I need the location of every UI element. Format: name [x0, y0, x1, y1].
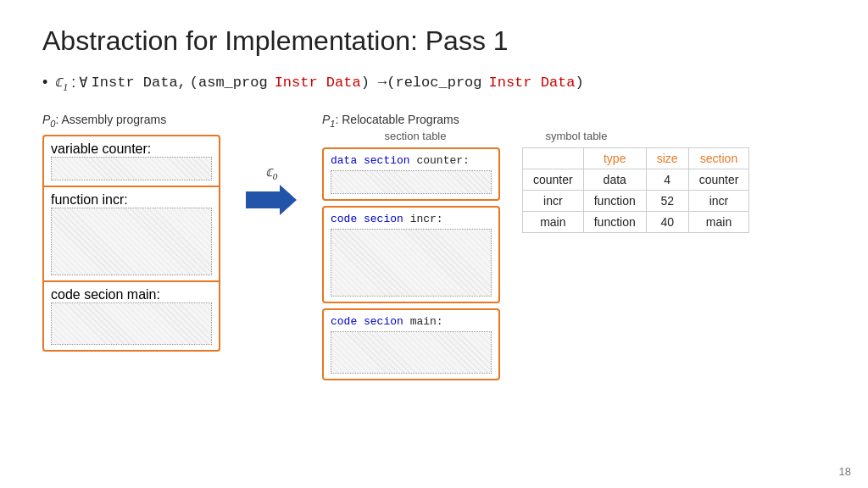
p1-data-name: counter: [410, 154, 470, 167]
p1-main-title: code secion main: [331, 315, 492, 328]
table-row: counter data 4 counter [523, 169, 749, 191]
p1-main-name: main: [403, 315, 443, 328]
p0-function-section: function incr: [44, 187, 219, 282]
p1-incr-content [331, 229, 492, 297]
row2-section: incr [688, 191, 749, 212]
row1-type: data [583, 169, 646, 191]
page-number: 18 [839, 465, 851, 478]
p1-incr-keyword: code secion [331, 213, 403, 225]
row1-section: counter [688, 169, 749, 191]
p1-data-keyword: data section [331, 154, 410, 167]
formula-asm-prog: asm_prog [198, 75, 268, 91]
p1-incr-title: code secion incr: [331, 213, 492, 225]
formula-colon: : [71, 74, 75, 92]
p0-main-section: code secion main: [44, 282, 219, 350]
formula-red2: Instr Data [489, 75, 576, 91]
p0-label: P0: Assembly programs [42, 113, 166, 129]
p0-main-keyword: code secion [51, 287, 123, 302]
p1-data-title: data section counter: [331, 154, 492, 167]
formula-reloc-prog: reloc_prog [395, 75, 481, 91]
p1-content-row: data section counter: code secion incr: [322, 147, 749, 380]
row2-size: 52 [646, 191, 688, 212]
p1-main-label-wrapper: P1: Relocatable Programs section table [322, 113, 509, 143]
arrow-icon [246, 185, 297, 215]
formula-line: • 𝕔1 : ∀ Instr Data, ( asm_prog Instr Da… [42, 72, 826, 94]
symbol-table: type size section counter data 4 counter [522, 147, 749, 233]
col-header-size: size [646, 148, 688, 169]
row2-name: incr [523, 191, 584, 212]
formula-open-paren: ( [190, 75, 198, 91]
p0-label-desc: : Assembly programs [55, 113, 166, 126]
p1-label: P1: Relocatable Programs [322, 113, 509, 129]
formula-paren-arrow: ) → [361, 75, 387, 91]
formula-close-paren: ) [576, 75, 584, 91]
col-header-type: type [583, 148, 646, 169]
table-header-row: type size section [523, 148, 749, 169]
formula-open-paren2: ( [387, 75, 395, 91]
section-table-label: section table [322, 130, 509, 142]
table-row: incr function 52 incr [523, 191, 749, 212]
table-row: main function 40 main [523, 212, 749, 233]
arrow-column: 𝕔0 [237, 113, 305, 215]
p1-data-section: data section counter: [322, 147, 500, 201]
p1-main-keyword: code secion [331, 315, 403, 328]
p1-label-desc: : Relocatable Programs [335, 113, 459, 126]
p0-container: variable counter: function incr: code se… [42, 135, 220, 352]
p1-boxes: data section counter: code secion incr: [322, 147, 500, 380]
svg-marker-0 [246, 185, 297, 215]
p0-main-title: code secion main: [51, 287, 212, 302]
formula-c1: 𝕔1 [54, 72, 68, 94]
p1-incr-name: incr: [403, 213, 443, 225]
symbol-table-area: type size section counter data 4 counter [522, 147, 749, 380]
formula-vars: Instr Data, [92, 75, 186, 91]
p0-main-content [51, 302, 212, 345]
row1-size: 4 [646, 169, 688, 191]
bullet: • [42, 74, 47, 92]
p0-label-text: P [42, 113, 50, 126]
p0-variable-keyword: variable [51, 141, 98, 156]
p0-variable-title: variable counter: [51, 141, 212, 157]
arrow-label: 𝕔0 [265, 164, 278, 181]
row1-name: counter [523, 169, 584, 191]
symbol-table-label-wrapper: symbol table [509, 130, 644, 142]
row3-name: main [523, 212, 584, 233]
p0-variable-content [51, 157, 212, 180]
formula-forall: ∀ [79, 74, 87, 92]
row3-section: main [688, 212, 749, 233]
p0-function-keyword: function [51, 192, 98, 207]
col-header-section: section [688, 148, 749, 169]
p0-function-content [51, 208, 212, 275]
p0-column: P0: Assembly programs variable counter: … [42, 113, 220, 352]
row2-type: function [583, 191, 646, 212]
p1-label-p: P [322, 113, 330, 126]
slide-title: Abstraction for Implementation: Pass 1 [42, 25, 826, 57]
p1-labels-row: P1: Relocatable Programs section table s… [322, 113, 749, 143]
formula-red1: Instr Data [275, 75, 361, 91]
p0-main-name: main: [123, 287, 160, 302]
p1-data-content [331, 170, 492, 194]
p1-incr-section: code secion incr: [322, 206, 500, 303]
p0-function-title: function incr: [51, 192, 212, 208]
p0-variable-name: counter: [98, 141, 151, 156]
p0-variable-section: variable counter: [44, 136, 219, 187]
row3-type: function [583, 212, 646, 233]
p1-area: P1: Relocatable Programs section table s… [322, 113, 749, 381]
p1-main-section: code secion main: [322, 308, 500, 380]
row3-size: 40 [646, 212, 688, 233]
symbol-table-label: symbol table [509, 130, 644, 142]
p0-function-name: incr: [98, 192, 128, 207]
p1-main-content [331, 331, 492, 374]
content-area: P0: Assembly programs variable counter: … [42, 113, 826, 381]
col-header-name [523, 148, 584, 169]
